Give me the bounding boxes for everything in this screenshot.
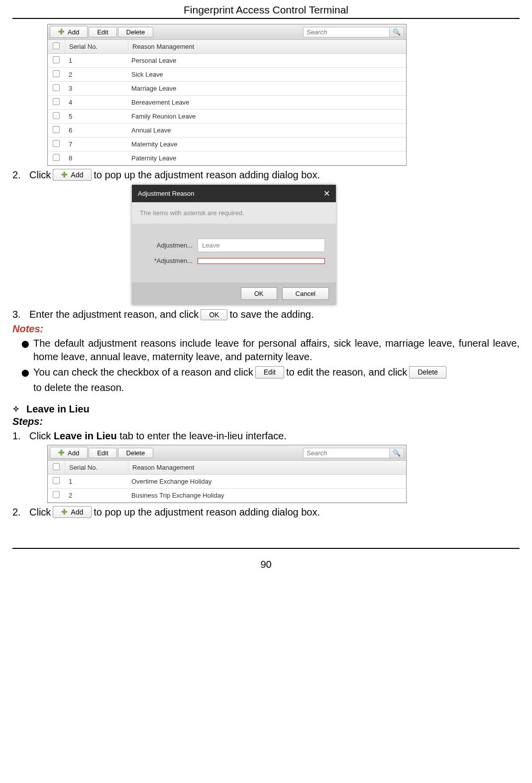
search-icon[interactable]: 🔍 <box>389 27 404 37</box>
instruction-step: 2. Click ✚ Add to pop up the adjustment … <box>12 169 520 181</box>
section-heading: ✧ Leave in Lieu <box>12 403 520 415</box>
search-icon[interactable]: 🔍 <box>389 448 404 458</box>
cell-serial-no: 5 <box>65 110 127 123</box>
close-icon[interactable]: ✕ <box>323 189 330 198</box>
reason-management-panel: ✚ Add Edit Delete 🔍 Serial No. Reason Ma… <box>47 24 407 166</box>
edit-button[interactable]: Edit <box>89 448 116 458</box>
cell-serial-no: 6 <box>65 124 127 136</box>
cell-reason: Family Reunion Leave <box>127 110 406 123</box>
step-number: 3. <box>12 309 27 320</box>
bullet-icon: ⬤ <box>21 366 33 394</box>
add-button-inline: ✚ Add <box>53 506 92 518</box>
search-input[interactable] <box>304 27 389 37</box>
table-row[interactable]: 4Bereavement Leave <box>48 96 406 110</box>
step-text: to pop up the adjustment reason adding d… <box>94 169 320 181</box>
plus-icon: ✚ <box>61 508 68 517</box>
step-text: Click <box>29 507 51 518</box>
cell-serial-no: 2 <box>65 489 127 502</box>
step-text: Click <box>29 169 51 181</box>
page-number: 90 <box>12 548 520 580</box>
cell-serial-no: 1 <box>65 54 127 67</box>
toolbar: ✚ Add Edit Delete 🔍 <box>48 24 406 40</box>
cancel-button[interactable]: Cancel <box>282 287 329 300</box>
cell-serial-no: 1 <box>65 475 127 488</box>
delete-button[interactable]: Delete <box>118 27 154 37</box>
adjustment-reason-dialog: Adjustment Reason ✕ The items with aster… <box>132 185 336 305</box>
section-title: Leave in Lieu <box>26 403 90 415</box>
note-text-part: to edit the reason, and click <box>286 366 407 379</box>
row-checkbox[interactable] <box>53 84 60 91</box>
table-row[interactable]: 6Annual Leave <box>48 124 406 137</box>
plus-icon: ✚ <box>58 27 65 36</box>
add-button[interactable]: ✚ Add <box>50 447 88 459</box>
cell-reason: Marriage Leave <box>127 82 406 95</box>
table-row[interactable]: 5Family Reunion Leave <box>48 110 406 124</box>
table-header: Serial No. Reason Management <box>48 40 406 54</box>
col-serial-no: Serial No. <box>65 40 128 53</box>
dialog-hint: The items with asterisk are required. <box>132 202 336 224</box>
cell-reason: Bereavement Leave <box>127 96 406 109</box>
toolbar: ✚ Add Edit Delete 🔍 <box>48 445 406 461</box>
row-checkbox[interactable] <box>53 98 60 105</box>
cell-reason: Annual Leave <box>127 124 406 136</box>
select-all-checkbox[interactable] <box>53 42 60 49</box>
plus-icon: ✚ <box>58 448 65 457</box>
table-row[interactable]: 2Business Trip Exchange Holiday <box>48 489 406 503</box>
table-row[interactable]: 8Paternity Leave <box>48 151 406 165</box>
note-text-part: to delete the reason. <box>33 381 124 394</box>
row-checkbox[interactable] <box>53 154 60 161</box>
row-checkbox[interactable] <box>53 56 60 63</box>
notes-label: Notes: <box>12 323 520 335</box>
diamond-icon: ✧ <box>12 404 26 414</box>
row-checkbox[interactable] <box>53 477 60 484</box>
cell-reason: Maternity Leave <box>127 138 406 150</box>
add-label: Add <box>71 508 83 516</box>
search-box: 🔍 <box>303 27 404 37</box>
col-serial-no: Serial No. <box>65 461 128 474</box>
note-item: ⬤ The default adjustment reasons include… <box>21 337 520 364</box>
dialog-title: Adjustment Reason <box>138 190 194 197</box>
step-text: to pop up the adjustment reason adding d… <box>94 507 320 518</box>
instruction-step: 1. Click Leave in Lieu tab to enter the … <box>12 430 520 442</box>
step-number: 2. <box>12 169 27 181</box>
table-row[interactable]: 1Overtime Exchange Holiday <box>48 475 406 489</box>
row-checkbox[interactable] <box>53 491 60 498</box>
cell-serial-no: 4 <box>65 96 127 109</box>
ok-button-inline: OK <box>201 309 227 320</box>
table-row[interactable]: 7Maternity Leave <box>48 137 406 151</box>
step-number: 1. <box>12 430 27 442</box>
add-label: Add <box>71 171 83 179</box>
step-text: Enter the adjustment reason, and click <box>29 309 199 320</box>
steps-label: Steps: <box>12 416 520 427</box>
adjustment-minor-label: *Adjustmen... <box>143 257 193 264</box>
add-button[interactable]: ✚ Add <box>50 26 88 38</box>
cell-serial-no: 3 <box>65 82 127 95</box>
edit-button-inline: Edit <box>255 366 284 379</box>
adjustment-major-input[interactable]: Leave <box>198 239 325 252</box>
search-input[interactable] <box>304 448 389 458</box>
leave-in-lieu-panel: ✚ Add Edit Delete 🔍 Serial No. Reason Ma… <box>47 445 407 503</box>
row-checkbox[interactable] <box>53 126 60 133</box>
cell-serial-no: 2 <box>65 68 127 81</box>
note-text-part: You can check the checkbox of a reason a… <box>33 366 253 379</box>
add-button-inline: ✚ Add <box>53 169 92 181</box>
adjustment-minor-input[interactable] <box>198 258 325 264</box>
ok-button[interactable]: OK <box>241 287 277 300</box>
edit-button[interactable]: Edit <box>89 27 116 37</box>
note-text: The default adjustment reasons include l… <box>33 337 520 364</box>
instruction-step: 2. Click ✚ Add to pop up the adjustment … <box>12 506 520 518</box>
table-row[interactable]: 1Personal Leave <box>48 54 406 68</box>
delete-button[interactable]: Delete <box>118 448 154 458</box>
row-checkbox[interactable] <box>53 112 60 119</box>
row-checkbox[interactable] <box>53 140 60 147</box>
dialog-titlebar: Adjustment Reason ✕ <box>132 185 336 202</box>
instruction-step: 3. Enter the adjustment reason, and clic… <box>12 309 520 320</box>
row-checkbox[interactable] <box>53 70 60 77</box>
table-row[interactable]: 2Sick Leave <box>48 68 406 82</box>
table-row[interactable]: 3Marriage Leave <box>48 82 406 96</box>
step-number: 2. <box>12 507 27 518</box>
select-all-checkbox[interactable] <box>53 463 60 470</box>
cell-reason: Sick Leave <box>127 68 406 81</box>
step-text: Click Leave in Lieu tab to enter the lea… <box>29 430 287 442</box>
col-reason-management: Reason Management <box>128 461 406 474</box>
